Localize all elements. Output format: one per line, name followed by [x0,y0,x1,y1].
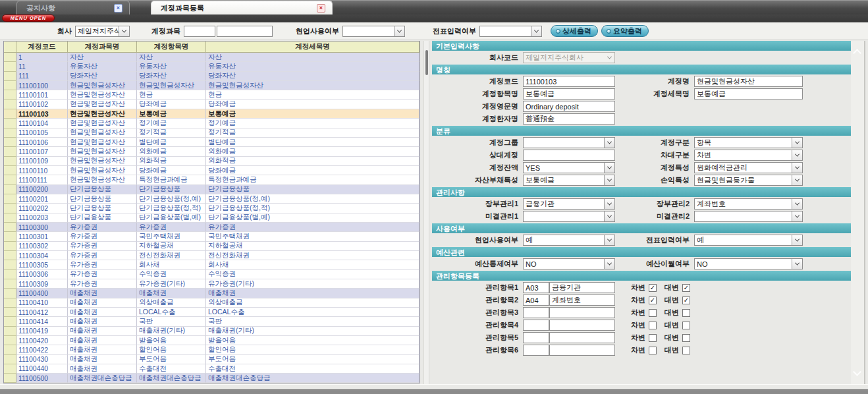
mgmt-item-name-field[interactable] [549,295,615,306]
table-row[interactable]: 11100105 현금및현금성자산 정기적금 정기적금 [4,128,420,138]
row-selector-cell[interactable] [4,194,16,204]
table-row[interactable]: 11100101 현금및현금성자산 현금 현금 [4,90,420,99]
field-use-select[interactable] [342,26,405,37]
debit-checkbox[interactable] [649,296,657,304]
table-row[interactable]: 11100300 유가증권 유가증권 유가증권 [4,223,420,232]
asset-liability-trait-select[interactable]: 보통예금 [523,175,615,186]
row-selector-cell[interactable] [4,62,16,71]
budget-carryover-select[interactable]: NO [694,258,803,269]
profit-loss-trait-select[interactable]: 현금및현금등가물 [694,175,803,186]
table-row[interactable]: 11100301 유가증권 국민주택채권 국민주택채권 [4,232,420,241]
table-row[interactable]: 11100420 매출채권 받을어음 받을어음 [4,336,420,345]
debit-checkbox[interactable] [649,322,657,329]
row-selector-cell[interactable] [4,270,16,279]
row-selector-cell[interactable] [4,251,16,260]
open-mgmt1-select[interactable] [523,211,615,222]
slip-entry-detail-select[interactable]: 예 [694,235,803,246]
table-row[interactable]: 11100111 현금및현금성자산 특정현금과예금 특정현금과예금 [4,175,420,184]
account-item-field[interactable] [523,88,615,99]
row-selector-cell[interactable] [4,90,16,99]
table-row[interactable]: 11100309 유가증권 유가증권(기타) 유가증권(기타) [4,279,420,289]
row-selector-cell[interactable] [4,100,16,109]
account-name-field[interactable] [694,76,803,87]
row-selector-cell[interactable] [4,260,16,269]
mgmt-item-name-field[interactable] [549,345,615,356]
header-account-item[interactable]: 계정항목명 [137,42,206,53]
panel-scroll-column[interactable] [851,41,865,384]
table-row[interactable]: 11 유동자산 유동자산 유동자산 [4,62,420,71]
row-selector-cell[interactable] [4,336,16,345]
account-detail-field[interactable] [694,88,803,99]
header-account-name[interactable]: 계정과목명 [68,42,137,53]
row-selector-cell[interactable] [4,308,16,317]
row-selector-cell[interactable] [4,232,16,241]
credit-checkbox[interactable] [682,296,690,304]
debit-checkbox[interactable] [649,347,657,354]
debit-checkbox[interactable] [649,309,657,317]
mgmt-item-name-field[interactable] [549,307,615,318]
row-selector-cell[interactable] [4,128,16,138]
row-selector-cell[interactable] [4,204,16,213]
row-selector-cell[interactable] [4,374,16,383]
table-row[interactable]: 11100400 매출채권 매출채권 매출채권 [4,289,420,298]
credit-checkbox[interactable] [682,347,690,354]
table-row[interactable]: 11100430 매출채권 부도어음 부도어음 [4,355,420,364]
table-row[interactable]: 11100422 매출채권 할인어음 할인어음 [4,345,420,354]
mgmt-item-code-field[interactable] [523,332,549,343]
row-selector-cell[interactable] [4,138,16,147]
table-row[interactable]: 11100106 현금및현금성자산 별단예금 별단예금 [4,138,420,147]
account-english-field[interactable] [523,101,615,112]
mgmt-item-name-field[interactable] [549,282,615,293]
account-code-input[interactable] [184,26,215,37]
mgmt-item-code-field[interactable] [523,320,549,331]
row-selector-cell[interactable] [4,355,16,364]
row-selector-cell[interactable] [4,298,16,308]
book-mgmt2-select[interactable]: 계좌번호 [694,198,803,210]
account-group-select[interactable] [523,137,615,148]
table-row[interactable]: 11100100 현금및현금성자산 현금및현금성자산 현금및현금성자산 [4,81,420,90]
debit-checkbox[interactable] [649,284,657,292]
table-row[interactable]: 11100440 매출채권 수출대전 수출대전 [4,364,420,374]
mgmt-item-code-field[interactable] [523,307,549,318]
table-row[interactable]: 11100104 현금및현금성자산 정기예금 정기예금 [4,119,420,128]
mgmt-item-name-field[interactable] [549,320,615,331]
table-row[interactable]: 11100203 단기금융상품 단기금융상품(별,예) 단기금융상품(별,예) [4,213,420,223]
row-selector-cell[interactable] [4,157,16,166]
row-selector-cell[interactable] [4,166,16,175]
chevron-up-icon[interactable] [853,49,861,57]
mgmt-item-code-field[interactable] [523,345,549,356]
book-mgmt1-select[interactable]: 금융기관 [523,198,615,210]
field-use-detail-select[interactable]: 예 [523,235,615,246]
account-balance-select[interactable]: YES [523,162,615,173]
table-row[interactable]: 11100201 단기금융상품 단기금융상품(정,예) 단기금융상품(정,예) [4,194,420,204]
table-row[interactable]: 11100414 매출채권 국판 국판 [4,317,420,326]
credit-checkbox[interactable] [682,309,690,317]
row-selector-cell[interactable] [4,223,16,232]
row-selector-cell[interactable] [4,109,16,119]
mgmt-item-code-field[interactable] [523,282,549,293]
tab-notice[interactable]: 공지사항 × [16,1,130,14]
table-row[interactable]: 11100102 현금및현금성자산 당좌예금 당좌예금 [4,100,420,109]
table-row[interactable]: 11100306 유가증권 수익증권 수익증권 [4,270,420,279]
table-row[interactable]: 11100412 매출채권 LOCAL수출 LOCAL수출 [4,308,420,317]
row-selector-cell[interactable] [4,279,16,289]
grid-vertical-scrollbar[interactable] [423,41,429,384]
account-hanja-field[interactable] [523,113,615,125]
row-selector-cell[interactable] [4,213,16,223]
debit-credit-division-select[interactable]: 차변 [694,150,803,161]
table-row[interactable]: 11100200 단기금융상품 단기금융상품 단기금융상품 [4,185,420,194]
table-row[interactable]: 11100202 단기금융상품 단기금융상품(정,적) 단기금융상품(정,적) [4,204,420,213]
budget-control-select[interactable]: NO [523,258,615,269]
tab-close-icon[interactable]: × [317,4,325,13]
account-division-select[interactable]: 항목 [694,137,803,148]
table-row[interactable]: 111 당좌자산 당좌자산 당좌자산 [4,72,420,81]
tab-close-icon[interactable]: × [114,4,122,13]
company-code-select[interactable]: 제일저지주식회사 [523,52,615,63]
row-selector-cell[interactable] [4,185,16,194]
header-account-code[interactable]: 계정코드 [16,42,68,53]
header-account-detail[interactable]: 계정세목명 [206,42,420,53]
menu-open-button[interactable]: MENU OPEN [2,14,55,22]
table-row[interactable]: 11100107 현금및현금성자산 외화예금 외화예금 [4,147,420,156]
counter-account-field[interactable] [523,150,615,161]
table-row[interactable]: 11100410 매출채권 외상매출금 외상매출금 [4,298,420,308]
